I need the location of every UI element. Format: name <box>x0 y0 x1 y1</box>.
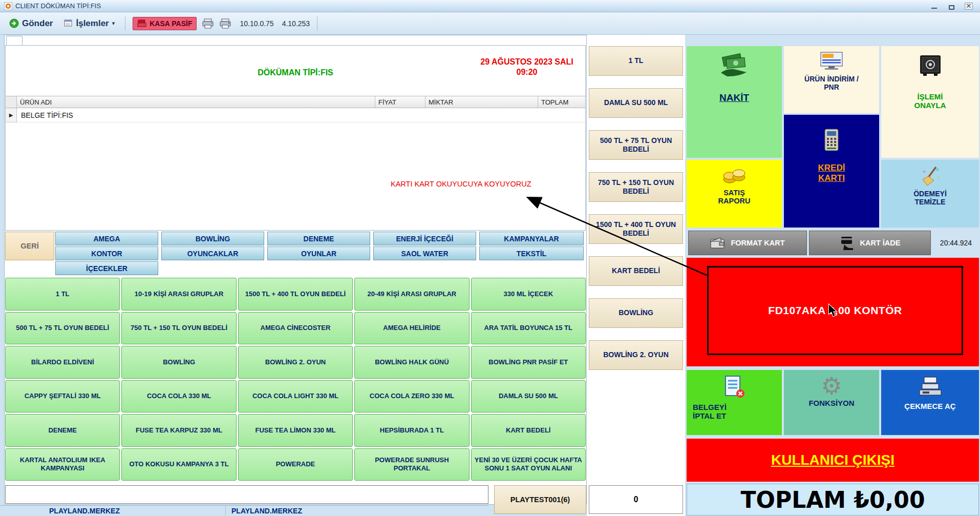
product-button[interactable]: 330 ML İÇECEK <box>471 278 586 311</box>
category-enerji-icecegi[interactable]: ENERJİ İÇECEĞİ <box>373 232 476 245</box>
product-button[interactable]: FUSE TEA KARPUZ 330 ML <box>121 414 236 447</box>
product-button[interactable]: AMEGA HELİRİDE <box>354 312 469 345</box>
document-cancel-icon <box>723 375 745 399</box>
product-button[interactable]: 10-19 KİŞİ ARASI GRUPLAR <box>121 278 236 311</box>
quick-item[interactable]: DAMLA SU 500 ML <box>589 88 683 118</box>
gear-icon: ⚙ <box>821 374 842 398</box>
category-oyuncaklar[interactable]: OYUNCAKLAR <box>161 246 264 260</box>
quick-item[interactable]: KART BEDELİ <box>589 256 683 286</box>
urun-indirim-pnr-button[interactable]: ÜRÜN İNDİRİM / PNR <box>784 46 879 113</box>
product-button[interactable]: CAPPY ŞEFTALİ 330 ML <box>5 380 120 413</box>
product-button[interactable]: DAMLA SU 500 ML <box>471 380 586 413</box>
ip-primary: 10.10.0.75 <box>240 19 273 28</box>
restore-button[interactable] <box>947 3 955 10</box>
card-status-panel: FD107AKA 0,00 KONTÖR <box>687 258 979 366</box>
kasa-pasif-button[interactable]: KASA PASİF <box>133 17 197 30</box>
quick-item[interactable]: 1500 TL + 400 TL OYUN BEDELİ <box>589 214 683 244</box>
product-button[interactable]: POWERADE <box>238 448 353 481</box>
category-deneme[interactable]: DENEME <box>267 232 370 245</box>
cekmece-ac-button[interactable]: ÇEKMECE AÇ <box>881 370 979 435</box>
product-button[interactable]: 750 TL + 150 TL OYUN BEDELİ <box>121 312 236 345</box>
product-button[interactable]: ARA TATİL BOYUNCA 15 TL <box>471 312 586 345</box>
format-kart-button[interactable]: FORMAT KART <box>688 231 807 255</box>
fonksiyon-label: FONKSİYON <box>808 399 854 407</box>
islemler-menu[interactable]: İşlemler ▾ <box>61 16 118 31</box>
product-button[interactable]: BOWLİNG <box>121 346 236 379</box>
islemi-onayla-button[interactable]: İŞLEMİ ONAYLA <box>881 46 979 158</box>
urun-indirim-label: ÜRÜN İNDİRİM / PNR <box>804 75 859 91</box>
product-button[interactable]: 20-49 KİŞİ ARASI GRUPLAR <box>354 278 469 311</box>
cash-drawer-icon <box>918 376 943 397</box>
card-display-box: FD107AKA 0,00 KONTÖR <box>707 266 963 355</box>
quantity-display[interactable]: 0 <box>589 485 683 514</box>
quick-item[interactable]: BOWLİNG 2. OYUN <box>589 340 683 370</box>
window-title: CLIENT DÖKÜMAN TİPİ:FIS <box>15 2 101 10</box>
product-button[interactable]: YENİ 30 VE ÜZERİ ÇOCUK HAFTA SONU 1 SAAT… <box>471 448 586 481</box>
category-kontor[interactable]: KONTOR <box>55 246 158 260</box>
product-button[interactable]: HEPSİBURADA 1 TL <box>354 414 469 447</box>
belgeyi-iptal-button[interactable]: BELGEYİ İPTAL ET <box>687 370 782 435</box>
product-button[interactable]: POWERADE SUNRUSH PORTAKAL <box>354 448 469 481</box>
document-tab[interactable] <box>6 36 23 46</box>
pos-window: CLIENT DÖKÜMAN TİPİ:FIS ✕ Gönder İşlemle… <box>0 0 980 516</box>
satis-raporu-button[interactable]: SATIŞ RAPORU <box>687 160 782 228</box>
product-button[interactable]: COCA COLA LIGHT 330 ML <box>238 380 353 413</box>
quick-item[interactable]: 500 TL + 75 TL OYUN BEDELİ <box>589 130 683 160</box>
product-grid: 1 TL 10-19 KİŞİ ARASI GRUPLAR 1500 TL + … <box>5 278 586 481</box>
table-row[interactable]: ▶ BELGE TİPİ:FIS <box>6 108 585 122</box>
category-icecekler[interactable]: İÇECEKLER <box>55 261 158 275</box>
cekmece-ac-label: ÇEKMECE AÇ <box>904 402 955 410</box>
terminal-button[interactable]: PLAYTEST001(6) <box>494 485 586 514</box>
nakit-button[interactable]: NAKİT <box>687 46 782 158</box>
product-button[interactable]: 500 TL + 75 TL OYUN BEDELİ <box>5 312 120 345</box>
monitor-icon <box>819 51 844 72</box>
quick-item[interactable]: BOWLİNG <box>589 298 683 328</box>
title-bar: CLIENT DÖKÜMAN TİPİ:FIS ✕ <box>0 0 980 12</box>
send-button[interactable]: Gönder <box>6 16 56 31</box>
category-back-button[interactable]: GERİ <box>5 232 54 260</box>
category-saol-water[interactable]: SAOL WATER <box>373 246 476 260</box>
card-hand-icon <box>840 236 855 250</box>
product-button[interactable]: BOWLİNG PNR PASİF ET <box>471 346 586 379</box>
product-button[interactable]: BİLARDO ELDİVENİ <box>5 346 120 379</box>
product-button[interactable]: BOWLİNG 2. OYUN <box>238 346 353 379</box>
toolbar-separator <box>317 16 317 31</box>
column-header-miktar: MİKTAR <box>425 96 538 108</box>
barcode-entry-input[interactable] <box>5 485 488 504</box>
category-amega[interactable]: AMEGA <box>55 232 158 245</box>
category-bowling[interactable]: BOWLİNG <box>161 232 264 245</box>
product-button[interactable]: COCA COLA ZERO 330 ML <box>354 380 469 413</box>
product-button[interactable]: KART BEDELİ <box>471 414 586 447</box>
close-button[interactable]: ✕ <box>965 3 973 10</box>
odemeyi-temizle-button[interactable]: ÖDEMEYİ TEMİZLE <box>881 160 979 228</box>
coins-icon <box>722 166 747 184</box>
toolbar-separator <box>125 16 125 31</box>
product-button[interactable]: 1 TL <box>5 278 120 311</box>
kredi-karti-button[interactable]: KREDİ KARTI <box>784 115 879 228</box>
row-belge-tipi: BELGE TİPİ:FIS <box>17 108 585 122</box>
product-button[interactable]: DENEME <box>5 414 120 447</box>
kart-iade-button[interactable]: KART İADE <box>809 231 931 255</box>
receipt-table-header: ÜRÜN ADI FİYAT MİKTAR TOPLAM <box>6 96 585 108</box>
minimize-button[interactable] <box>930 3 938 10</box>
quick-item[interactable]: 1 TL <box>589 46 683 76</box>
product-button[interactable]: OTO KOKUSU KAMPANYA 3 TL <box>121 448 236 481</box>
kullanici-cikisi-button[interactable]: KULLANICI ÇIKIŞI <box>687 439 979 482</box>
total-display: TOPLAM ₺0,00 <box>687 484 979 515</box>
fonksiyon-button[interactable]: ⚙ FONKSİYON <box>784 370 879 435</box>
kullanici-cikisi-label: KULLANICI ÇIKIŞI <box>771 452 894 468</box>
product-button[interactable]: FUSE TEA LİMON 330 ML <box>238 414 353 447</box>
product-button[interactable]: KARTAL ANATOLIUM IKEA KAMPANYASI <box>5 448 120 481</box>
category-oyunlar[interactable]: OYUNLAR <box>267 246 370 260</box>
product-button[interactable]: 1500 TL + 400 TL OYUN BEDELİ <box>238 278 353 311</box>
product-button[interactable]: COCA COLA 330 ML <box>121 380 236 413</box>
printer-icon[interactable] <box>202 18 214 29</box>
form-icon <box>64 19 73 28</box>
pos-terminal-icon <box>821 128 842 152</box>
product-button[interactable]: AMEGA CİNECOSTER <box>238 312 353 345</box>
quick-item[interactable]: 750 TL + 150 TL OYUN BEDELİ <box>589 172 683 202</box>
category-kampanyalar[interactable]: KAMPANYALAR <box>479 232 584 245</box>
category-tekstil[interactable]: TEKSTİL <box>479 246 584 260</box>
printer-icon[interactable] <box>219 18 231 29</box>
product-button[interactable]: BOWLİNG HALK GÜNÜ <box>354 346 469 379</box>
